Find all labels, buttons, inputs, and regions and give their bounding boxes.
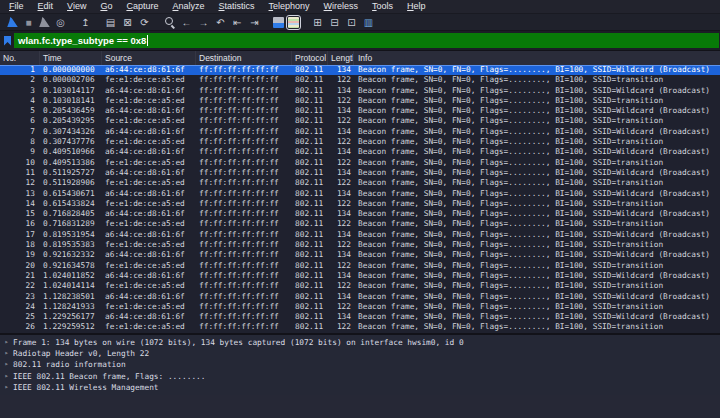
packet-cell-info: Beacon frame, SN=0, FN=0, Flags=........… [354,147,720,157]
packet-cell-len: 122 [328,199,354,209]
packet-cell-info: Beacon frame, SN=0, FN=0, Flags=........… [354,137,720,147]
detail-line[interactable]: ▸Radiotap Header v0, Length 22 [0,348,720,359]
column-header-dst[interactable]: Destination [196,51,292,65]
column-header-src[interactable]: Source [102,51,196,65]
packet-row[interactable]: 231.128238501a6:44:ce:d8:61:6fff:ff:ff:f… [0,292,720,302]
colorize-packets-icon[interactable] [288,17,299,28]
filter-bookmark-icon[interactable] [4,36,11,46]
packet-row[interactable]: 211.024011852a6:44:ce:d8:61:6fff:ff:ff:f… [0,271,720,281]
packet-cell-dst: ff:ff:ff:ff:ff:ff [196,281,292,291]
packet-row[interactable]: 90.409510966a6:44:ce:d8:61:6fff:ff:ff:ff… [0,147,720,157]
packet-row[interactable]: 40.103018141fe:e1:de:ce:a5:edff:ff:ff:ff… [0,96,720,106]
zoom-in-icon[interactable]: ⊞ [311,16,324,29]
expand-caret-icon[interactable]: ▸ [0,337,13,348]
packet-row[interactable]: 261.229259512fe:e1:de:ce:a5:edff:ff:ff:f… [0,322,720,332]
menu-item-view[interactable]: View [60,0,93,13]
column-header-proto[interactable]: Protocol [292,51,328,65]
save-file-icon[interactable]: ▤ [104,16,117,29]
menu-item-statistics[interactable]: Statistics [212,0,262,13]
stop-capture-icon[interactable]: ■ [22,16,35,29]
packet-details: ▸Frame 1: 134 bytes on wire (1072 bits),… [0,335,720,395]
packet-row[interactable]: 20.000002706fe:e1:de:ce:a5:edff:ff:ff:ff… [0,75,720,85]
packet-row[interactable]: 190.921632332a6:44:ce:d8:61:6fff:ff:ff:f… [0,250,720,260]
packet-row[interactable]: 251.229256177a6:44:ce:d8:61:6fff:ff:ff:f… [0,312,720,322]
expand-caret-icon[interactable]: ▸ [0,359,13,370]
detail-line[interactable]: ▸802.11 radio information [0,359,720,370]
go-back-icon[interactable]: ← [180,16,193,29]
packet-cell-len: 122 [328,137,354,147]
go-to-packet-icon[interactable]: ↶ [214,16,227,29]
packet-row[interactable]: 221.024014114fe:e1:de:ce:a5:edff:ff:ff:f… [0,281,720,291]
menu-item-wireless[interactable]: Wireless [317,0,366,13]
packet-cell-len: 134 [328,250,354,260]
restart-capture-icon[interactable] [39,17,50,27]
go-first-packet-icon[interactable]: ⇤ [231,16,244,29]
menu-item-telephony[interactable]: Telephony [262,0,317,13]
packet-row[interactable]: 180.819535383fe:e1:de:ce:a5:edff:ff:ff:f… [0,240,720,250]
packet-row[interactable]: 50.205436459a6:44:ce:d8:61:6fff:ff:ff:ff… [0,106,720,116]
packet-cell-no: 6 [0,116,40,126]
packet-cell-time: 0.615433824 [40,199,102,209]
packet-row[interactable]: 140.615433824fe:e1:de:ce:a5:edff:ff:ff:f… [0,199,720,209]
detail-line[interactable]: ▸IEEE 802.11 Beacon frame, Flags: ......… [0,371,720,382]
open-file-icon[interactable]: ↥ [79,16,92,29]
packet-cell-len: 134 [328,147,354,157]
packet-cell-src: a6:44:ce:d8:61:6f [102,292,196,302]
capture-options-icon[interactable]: ◎ [54,16,67,29]
column-header-no[interactable]: No. [0,51,40,65]
close-file-icon[interactable]: ⊠ [121,16,134,29]
menu-item-edit[interactable]: Edit [31,0,61,13]
menu-item-capture[interactable]: Capture [119,0,165,13]
packet-cell-info: Beacon frame, SN=0, FN=0, Flags=........… [354,271,720,281]
find-packet-icon[interactable] [163,16,176,29]
expand-caret-icon[interactable]: ▸ [0,382,13,393]
column-header-time[interactable]: Time [40,51,102,65]
packet-cell-no: 20 [0,261,40,271]
packet-cell-info: Beacon frame, SN=0, FN=0, Flags=........… [354,312,720,322]
packet-row[interactable]: 241.128241933fe:e1:de:ce:a5:edff:ff:ff:f… [0,302,720,312]
filter-bar: wlan.fc.type_subtype == 0x8 [0,31,720,51]
column-header-len[interactable]: Length [328,51,354,65]
display-filter-input[interactable]: wlan.fc.type_subtype == 0x8 [14,33,719,48]
packet-row[interactable]: 200.921634578fe:e1:de:ce:a5:edff:ff:ff:f… [0,261,720,271]
reload-file-icon[interactable]: ⟳ [138,16,151,29]
menu-item-analyze[interactable]: Analyze [165,0,211,13]
zoom-out-icon[interactable]: ⊟ [328,16,341,29]
go-last-packet-icon[interactable]: ⇥ [248,16,261,29]
go-forward-icon[interactable]: → [197,16,210,29]
packet-cell-dst: ff:ff:ff:ff:ff:ff [196,240,292,250]
start-capture-icon[interactable] [7,17,18,27]
packet-row[interactable]: 110.511925727a6:44:ce:d8:61:6fff:ff:ff:f… [0,168,720,178]
packet-cell-time: 0.511928906 [40,178,102,188]
zoom-100-icon[interactable]: ⊡ [345,16,358,29]
packet-row[interactable]: 130.615430671a6:44:ce:d8:61:6fff:ff:ff:f… [0,189,720,199]
column-header-info[interactable]: Info [354,51,720,65]
packet-list[interactable]: 10.000000000a6:44:ce:d8:61:6fff:ff:ff:ff… [0,65,720,333]
packet-row[interactable]: 100.409513386fe:e1:de:ce:a5:edff:ff:ff:f… [0,158,720,168]
packet-cell-time: 0.000002706 [40,75,102,85]
auto-scroll-icon[interactable] [273,17,284,28]
packet-row[interactable]: 30.103014117a6:44:ce:d8:61:6fff:ff:ff:ff… [0,86,720,96]
menu-item-go[interactable]: Go [93,0,119,13]
packet-row[interactable]: 70.307434326a6:44:ce:d8:61:6fff:ff:ff:ff… [0,127,720,137]
expand-caret-icon[interactable]: ▸ [0,348,13,359]
detail-line[interactable]: ▸Frame 1: 134 bytes on wire (1072 bits),… [0,337,720,348]
packet-row[interactable]: 160.716831289fe:e1:de:ce:a5:edff:ff:ff:f… [0,219,720,229]
packet-row[interactable]: 170.819531954a6:44:ce:d8:61:6fff:ff:ff:f… [0,230,720,240]
packet-cell-len: 122 [328,178,354,188]
packet-row[interactable]: 150.716828405a6:44:ce:d8:61:6fff:ff:ff:f… [0,209,720,219]
detail-line[interactable]: ▸IEEE 802.11 Wireless Management [0,382,720,393]
empty-area [0,395,720,418]
packet-row[interactable]: 60.205439295fe:e1:de:ce:a5:edff:ff:ff:ff… [0,116,720,126]
resize-columns-icon[interactable]: ▥ [362,16,375,29]
menu-item-help[interactable]: Help [400,0,433,13]
packet-cell-info: Beacon frame, SN=0, FN=0, Flags=........… [354,322,720,332]
packet-row[interactable]: 80.307437776fe:e1:de:ce:a5:edff:ff:ff:ff… [0,137,720,147]
menu-item-file[interactable]: File [2,0,31,13]
packet-row[interactable]: 10.000000000a6:44:ce:d8:61:6fff:ff:ff:ff… [0,65,720,75]
packet-cell-no: 2 [0,75,40,85]
expand-caret-icon[interactable]: ▸ [0,371,13,382]
packet-cell-proto: 802.11 [292,209,328,219]
menu-item-tools[interactable]: Tools [365,0,400,13]
packet-row[interactable]: 120.511928906fe:e1:de:ce:a5:edff:ff:ff:f… [0,178,720,188]
